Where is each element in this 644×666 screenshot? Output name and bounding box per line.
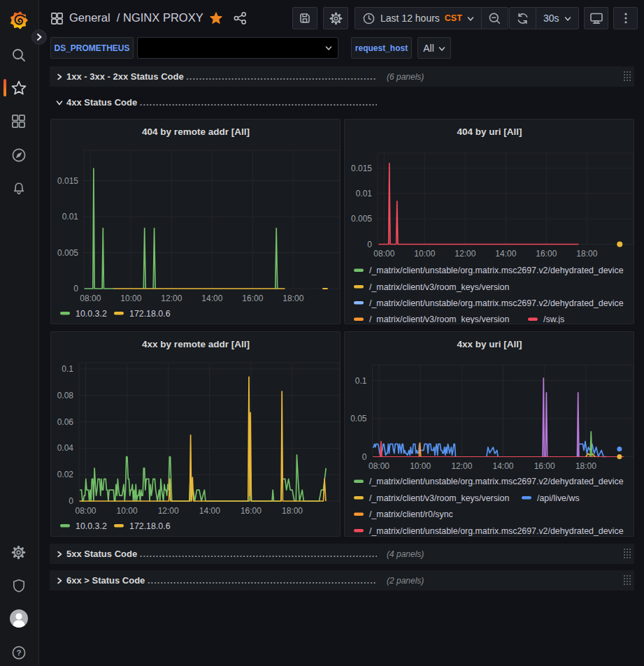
svg-text:/api/live/ws: /api/live/ws [537, 493, 580, 503]
svg-text:/_matrix/client/unstable/org.m: /_matrix/client/unstable/org.matrix.msc2… [369, 298, 624, 308]
svg-text:14:00: 14:00 [492, 461, 513, 471]
svg-text:16:00: 16:00 [536, 249, 557, 259]
svg-text:0.01: 0.01 [62, 212, 79, 222]
svg-text:/_matrix/client/unstable/org.m: /_matrix/client/unstable/org.matrix.msc2… [369, 477, 624, 486]
svg-text:16:00: 16:00 [241, 506, 262, 516]
svg-text:0.005: 0.005 [57, 248, 78, 258]
svg-text:0.1: 0.1 [355, 376, 367, 386]
svg-text:/_matrix/client/v3/room_keys/v: /_matrix/client/v3/room_keys/version [369, 314, 509, 324]
svg-text:14:00: 14:00 [199, 506, 220, 516]
svg-text:0.015: 0.015 [57, 176, 78, 186]
svg-text:0.06: 0.06 [57, 417, 74, 427]
svg-text:0.015: 0.015 [351, 164, 372, 173]
svg-text:4xx by uri [All]: 4xx by uri [All] [457, 339, 522, 349]
svg-text:08:00: 08:00 [368, 461, 389, 471]
svg-text:172.18.0.6: 172.18.0.6 [129, 521, 171, 531]
svg-text:18:00: 18:00 [575, 461, 596, 471]
svg-text:08:00: 08:00 [75, 506, 96, 516]
svg-text:0.05: 0.05 [350, 414, 367, 424]
svg-text:0: 0 [73, 284, 78, 294]
svg-text:14:00: 14:00 [495, 249, 516, 259]
svg-text:/sw.js: /sw.js [543, 314, 564, 324]
svg-text:12:00: 12:00 [158, 506, 179, 516]
svg-text:0.01: 0.01 [356, 189, 373, 198]
svg-text:0.04: 0.04 [57, 443, 74, 453]
svg-text:10:00: 10:00 [117, 506, 138, 516]
svg-text:10:00: 10:00 [414, 249, 435, 259]
svg-text:404 by remote addr [All]: 404 by remote addr [All] [142, 126, 250, 137]
svg-text:08:00: 08:00 [80, 294, 101, 303]
svg-text:10.0.3.2: 10.0.3.2 [76, 309, 107, 319]
svg-text:10.0.3.2: 10.0.3.2 [76, 521, 107, 531]
svg-text:18:00: 18:00 [282, 506, 303, 516]
svg-text:0.02: 0.02 [57, 470, 74, 479]
svg-text:/_matrix/client/v3/room_keys/v: /_matrix/client/v3/room_keys/version [369, 282, 509, 292]
svg-text:0: 0 [362, 452, 367, 462]
svg-text:12:00: 12:00 [451, 461, 472, 471]
svg-text:12:00: 12:00 [455, 249, 475, 259]
svg-text:18:00: 18:00 [576, 249, 597, 259]
svg-text:16:00: 16:00 [534, 461, 555, 471]
svg-text:/_matrix/client/r0/sync: /_matrix/client/r0/sync [369, 509, 453, 519]
svg-text:172.18.0.6: 172.18.0.6 [129, 309, 171, 319]
svg-text:10:00: 10:00 [120, 294, 141, 303]
svg-text:/_matrix/client/unstable/org.m: /_matrix/client/unstable/org.matrix.msc2… [369, 266, 624, 275]
svg-text:0.08: 0.08 [57, 391, 74, 400]
svg-text:12:00: 12:00 [161, 294, 182, 303]
svg-text:14:00: 14:00 [201, 294, 222, 303]
svg-text:10:00: 10:00 [410, 461, 431, 471]
svg-text:0.1: 0.1 [62, 364, 73, 374]
svg-text:0: 0 [69, 496, 73, 506]
svg-text:08:00: 08:00 [373, 249, 394, 259]
svg-text:4xx by remote addr [All]: 4xx by remote addr [All] [142, 339, 250, 349]
svg-text:/_matrix/client/v3/room_keys/v: /_matrix/client/v3/room_keys/version [369, 493, 509, 503]
svg-text:16:00: 16:00 [242, 294, 263, 303]
svg-text:/_matrix/client/unstable/org.m: /_matrix/client/unstable/org.matrix.msc2… [369, 526, 624, 536]
svg-text:0: 0 [367, 240, 372, 249]
svg-text:404 by uri [All]: 404 by uri [All] [457, 126, 522, 137]
svg-text:0.005: 0.005 [351, 214, 372, 224]
svg-text:?: ? [16, 649, 21, 657]
svg-text:18:00: 18:00 [282, 294, 303, 303]
